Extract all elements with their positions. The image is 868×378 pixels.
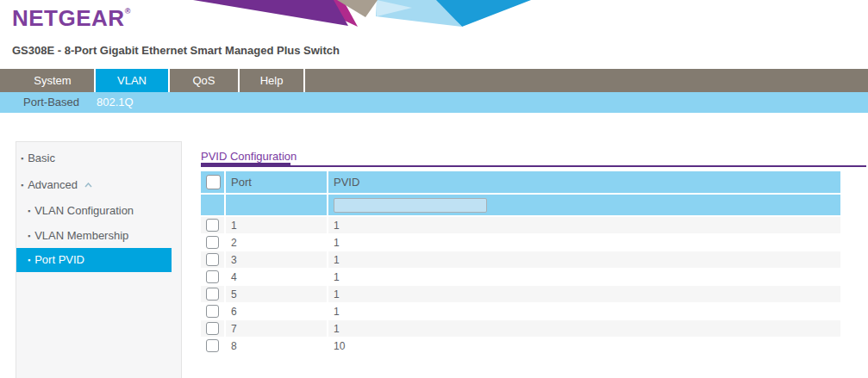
pvid-cell: 1 xyxy=(328,320,840,337)
chevron-up-icon xyxy=(84,183,92,188)
pvid-cell: 1 xyxy=(328,303,840,319)
pvid-cell: 10 xyxy=(328,338,840,354)
sidebar-item-vlan-membership[interactable]: ▪VLAN Membership xyxy=(16,228,181,244)
tab-help[interactable]: Help xyxy=(240,69,305,92)
title-underline-accent xyxy=(201,163,290,167)
pvid-table: Port PVID 1 1 2 1 3 1 xyxy=(201,171,840,355)
table-filter-row xyxy=(201,195,840,215)
port-cell: 6 xyxy=(226,303,328,319)
port-cell: 3 xyxy=(226,251,328,268)
table-row: 6 1 xyxy=(201,303,840,319)
row-checkbox[interactable] xyxy=(206,305,219,318)
row-checkbox[interactable] xyxy=(206,339,219,352)
bullet-icon: ▪ xyxy=(28,256,30,264)
pvid-cell: 1 xyxy=(328,251,840,268)
port-cell: 8 xyxy=(226,338,328,354)
select-all-cell xyxy=(201,171,226,193)
sub-nav: Port-Based 802.1Q xyxy=(0,92,868,113)
filter-checkbox-cell xyxy=(201,195,226,215)
port-cell: 4 xyxy=(226,269,328,285)
port-cell: 7 xyxy=(226,320,328,337)
table-row: 8 10 xyxy=(201,338,840,354)
filter-pvid-cell xyxy=(328,195,840,215)
netgear-logo: NETGEAR® xyxy=(12,5,131,32)
table-row: 1 1 xyxy=(201,217,840,233)
pvid-cell: 1 xyxy=(328,217,840,233)
port-cell: 2 xyxy=(226,234,328,251)
column-header-pvid: PVID xyxy=(328,171,840,193)
bullet-icon: ▪ xyxy=(28,207,30,215)
sidebar-item-label: Advanced xyxy=(28,178,78,191)
table-row: 3 1 xyxy=(201,251,840,268)
table-row: 7 1 xyxy=(201,320,840,337)
port-cell: 1 xyxy=(226,217,328,233)
title-underline xyxy=(201,165,866,167)
row-checkbox[interactable] xyxy=(206,288,219,301)
table-header-row: Port PVID xyxy=(201,171,840,193)
sidebar-item-advanced[interactable]: ▪Advanced xyxy=(16,177,181,193)
bullet-icon: ▪ xyxy=(21,154,23,163)
tab-vlan[interactable]: VLAN xyxy=(96,69,170,92)
product-title: GS308E - 8-Port Gigabit Ethernet Smart M… xyxy=(12,44,340,57)
sidebar-item-port-pvid[interactable]: ▪Port PVID xyxy=(16,248,172,272)
pvid-cell: 1 xyxy=(328,286,840,302)
tab-qos[interactable]: QoS xyxy=(170,69,240,92)
table-row: 2 1 xyxy=(201,234,840,251)
table-row: 4 1 xyxy=(201,269,840,285)
page: NETGEAR® GS308E - 8-Port Gigabit Etherne… xyxy=(0,0,868,378)
netgear-logo-text: NETGEAR xyxy=(12,5,125,31)
sidebar-item-label: Port PVID xyxy=(34,253,84,266)
row-checkbox[interactable] xyxy=(206,253,219,266)
bullet-icon: ▪ xyxy=(21,181,23,189)
sidebar-item-label: VLAN Configuration xyxy=(34,204,134,217)
sidebar-item-label: VLAN Membership xyxy=(34,229,128,242)
sidebar-item-basic[interactable]: ▪Basic xyxy=(16,151,181,166)
subnav-item-8021q[interactable]: 802.1Q xyxy=(97,92,134,113)
main-nav: System VLAN QoS Help xyxy=(0,69,868,92)
sidebar-item-vlan-configuration[interactable]: ▪VLAN Configuration xyxy=(16,203,181,219)
pvid-cell: 1 xyxy=(328,234,840,251)
filter-port-cell xyxy=(226,195,328,215)
select-all-checkbox[interactable] xyxy=(206,175,221,189)
row-checkbox[interactable] xyxy=(206,322,219,335)
pvid-cell: 1 xyxy=(328,269,840,285)
tab-system[interactable]: System xyxy=(11,69,96,92)
row-checkbox[interactable] xyxy=(206,236,219,249)
row-checkbox[interactable] xyxy=(206,219,219,232)
column-header-port: Port xyxy=(226,171,328,193)
subnav-item-port-based[interactable]: Port-Based xyxy=(23,92,79,113)
registered-trademark: ® xyxy=(125,7,131,15)
table-body: 1 1 2 1 3 1 4 1 5 1 xyxy=(201,217,840,354)
table-row: 5 1 xyxy=(201,286,840,302)
bullet-icon: ▪ xyxy=(28,232,30,240)
sidebar: ▪Basic ▪Advanced ▪VLAN Configuration ▪VL… xyxy=(16,141,182,378)
sidebar-item-label: Basic xyxy=(28,152,55,164)
row-checkbox[interactable] xyxy=(206,270,219,283)
page-title: PVID Configuration xyxy=(201,150,297,163)
pvid-filter-input[interactable] xyxy=(334,198,487,213)
port-cell: 5 xyxy=(226,286,328,302)
